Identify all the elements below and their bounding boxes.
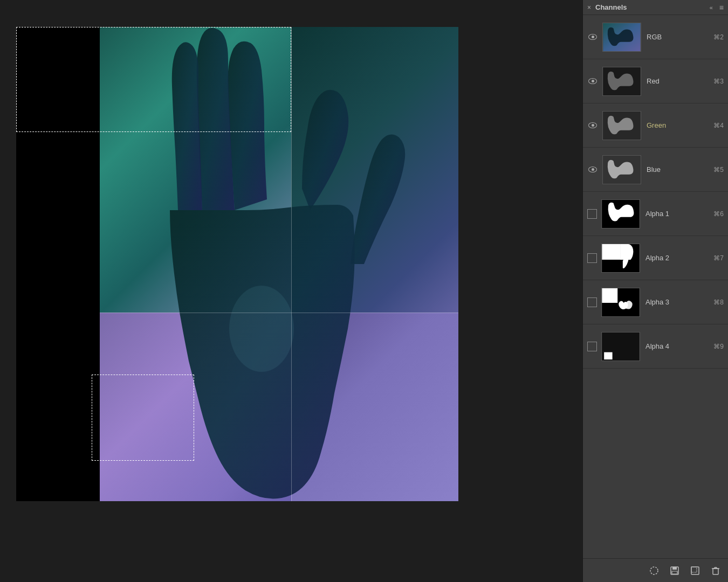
channel-name-rgb: RGB bbox=[647, 33, 709, 41]
svg-rect-17 bbox=[691, 567, 697, 572]
channel-name-alpha3: Alpha 3 bbox=[645, 298, 709, 306]
channel-thumb-alpha4 bbox=[601, 332, 640, 361]
svg-rect-11 bbox=[604, 352, 612, 359]
channel-thumb-blue bbox=[602, 155, 641, 184]
visibility-checkbox-alpha4[interactable] bbox=[587, 342, 597, 351]
panel-collapse-button[interactable]: « bbox=[710, 4, 713, 11]
channel-name-blue: Blue bbox=[647, 165, 709, 174]
panel-titlebar: × Channels « ≡ bbox=[583, 0, 728, 15]
channel-shortcut-alpha2: ⌘7 bbox=[713, 254, 724, 262]
channels-list: RGB ⌘2 Red ⌘3 bbox=[583, 15, 728, 558]
panel-menu-button[interactable]: ≡ bbox=[719, 3, 724, 12]
visibility-eye-green[interactable] bbox=[587, 120, 598, 131]
svg-point-12 bbox=[650, 567, 658, 574]
visibility-eye-blue[interactable] bbox=[587, 164, 598, 175]
visibility-eye-rgb[interactable] bbox=[587, 32, 598, 43]
svg-rect-9 bbox=[602, 288, 617, 303]
channel-shortcut-red: ⌘3 bbox=[713, 78, 724, 85]
channel-name-alpha1: Alpha 1 bbox=[645, 210, 709, 218]
channel-row-green[interactable]: Green ⌘4 bbox=[583, 103, 728, 148]
hand-silhouette bbox=[100, 27, 458, 501]
canvas-wrapper bbox=[16, 27, 577, 555]
channel-name-alpha2: Alpha 2 bbox=[645, 254, 709, 262]
channel-shortcut-alpha4: ⌘9 bbox=[713, 343, 724, 350]
load-selection-icon[interactable] bbox=[689, 565, 701, 577]
channel-row-alpha2[interactable]: Alpha 2 ⌘7 bbox=[583, 236, 728, 280]
svg-point-0 bbox=[229, 286, 294, 372]
channel-thumb-red bbox=[602, 67, 641, 96]
channel-name-alpha4: Alpha 4 bbox=[645, 342, 709, 350]
channel-shortcut-blue: ⌘5 bbox=[713, 166, 724, 174]
channel-thumb-alpha2 bbox=[601, 244, 640, 273]
channel-name-green: Green bbox=[647, 121, 709, 129]
panel-close-button[interactable]: × bbox=[587, 4, 591, 11]
channel-row-red[interactable]: Red ⌘3 bbox=[583, 59, 728, 103]
channel-thumb-alpha3 bbox=[601, 288, 640, 317]
save-selection-icon[interactable] bbox=[669, 565, 681, 577]
channel-shortcut-rgb: ⌘2 bbox=[713, 33, 724, 41]
channel-shortcut-alpha1: ⌘6 bbox=[713, 210, 724, 218]
svg-rect-18 bbox=[713, 569, 718, 574]
visibility-checkbox-alpha1[interactable] bbox=[587, 209, 597, 219]
channel-thumb-rgb bbox=[602, 23, 641, 52]
channels-panel: × Channels « ≡ bbox=[582, 0, 728, 582]
channel-row-alpha4[interactable]: Alpha 4 ⌘9 bbox=[583, 324, 728, 369]
channel-row-alpha3[interactable]: Alpha 3 ⌘8 bbox=[583, 280, 728, 324]
channel-thumb-alpha1 bbox=[601, 199, 640, 228]
svg-rect-16 bbox=[691, 567, 699, 574]
delete-channel-icon[interactable] bbox=[710, 565, 722, 577]
visibility-eye-red[interactable] bbox=[587, 76, 598, 87]
channel-name-red: Red bbox=[647, 77, 709, 85]
channel-shortcut-green: ⌘4 bbox=[713, 122, 724, 129]
new-channel-from-selection-icon[interactable] bbox=[648, 565, 660, 577]
channel-row-alpha1[interactable]: Alpha 1 ⌘6 bbox=[583, 192, 728, 236]
panel-footer bbox=[583, 558, 728, 582]
visibility-checkbox-alpha2[interactable] bbox=[587, 253, 597, 263]
channel-shortcut-alpha3: ⌘8 bbox=[713, 299, 724, 306]
svg-rect-7 bbox=[602, 244, 620, 260]
channel-row-rgb[interactable]: RGB ⌘2 bbox=[583, 15, 728, 59]
svg-rect-14 bbox=[672, 567, 677, 570]
visibility-checkbox-alpha3[interactable] bbox=[587, 297, 597, 307]
channel-thumb-green bbox=[602, 111, 641, 140]
panel-title: Channels bbox=[595, 3, 710, 11]
channel-row-blue[interactable]: Blue ⌘5 bbox=[583, 148, 728, 192]
svg-rect-15 bbox=[672, 571, 677, 574]
canvas-area bbox=[0, 0, 582, 582]
